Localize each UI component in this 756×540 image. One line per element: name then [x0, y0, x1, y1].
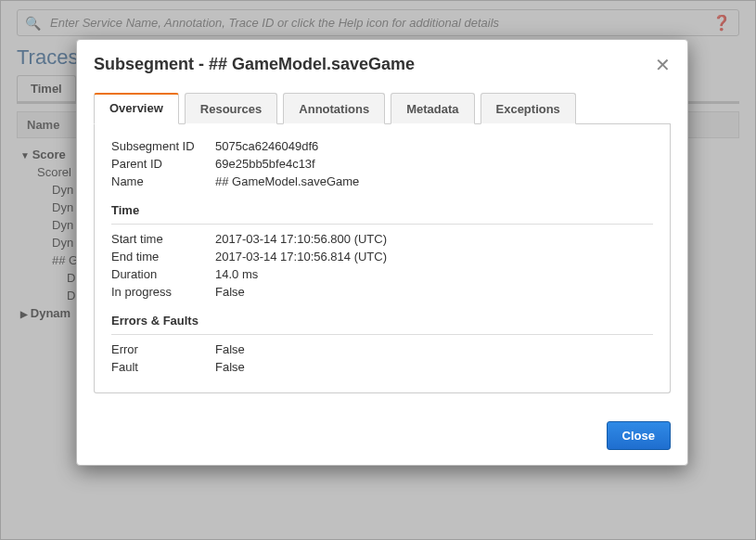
label-name: Name: [111, 174, 215, 188]
overview-panel: Subsegment ID5075ca6246049df6 Parent ID6…: [94, 124, 671, 393]
value-fault: False: [215, 360, 653, 374]
tab-exceptions[interactable]: Exceptions: [481, 93, 576, 124]
label-error: Error: [111, 342, 215, 356]
heading-time: Time: [111, 203, 653, 220]
label-fault: Fault: [111, 360, 215, 374]
value-start-time: 2017-03-14 17:10:56.800 (UTC): [215, 232, 653, 246]
divider: [111, 224, 653, 225]
close-button[interactable]: Close: [607, 421, 671, 450]
divider: [111, 334, 653, 335]
label-end-time: End time: [111, 250, 215, 264]
modal-tabs: Overview Resources Annotations Metadata …: [94, 93, 671, 124]
label-start-time: Start time: [111, 232, 215, 246]
label-parent-id: Parent ID: [111, 157, 215, 171]
modal-footer: Close: [77, 410, 687, 465]
modal-title: Subsegment - ## GameModel.saveGame: [94, 55, 655, 74]
value-error: False: [215, 342, 653, 356]
tab-overview[interactable]: Overview: [94, 93, 179, 124]
value-in-progress: False: [215, 285, 653, 299]
heading-errors: Errors & Faults: [111, 314, 653, 330]
close-icon[interactable]: ✕: [655, 56, 671, 74]
value-end-time: 2017-03-14 17:10:56.814 (UTC): [215, 250, 653, 264]
subsegment-modal: Subsegment - ## GameModel.saveGame ✕ Ove…: [76, 39, 688, 466]
modal-header: Subsegment - ## GameModel.saveGame ✕: [77, 40, 687, 87]
label-duration: Duration: [111, 267, 215, 281]
value-name: ## GameModel.saveGame: [215, 174, 653, 188]
tab-metadata[interactable]: Metadata: [391, 93, 474, 124]
value-subsegment-id: 5075ca6246049df6: [215, 139, 653, 153]
tab-annotations[interactable]: Annotations: [283, 93, 385, 124]
value-parent-id: 69e25bb5bfe4c13f: [215, 157, 653, 171]
value-duration: 14.0 ms: [215, 267, 653, 281]
tab-resources[interactable]: Resources: [185, 93, 277, 124]
label-in-progress: In progress: [111, 285, 215, 299]
label-subsegment-id: Subsegment ID: [111, 139, 215, 153]
